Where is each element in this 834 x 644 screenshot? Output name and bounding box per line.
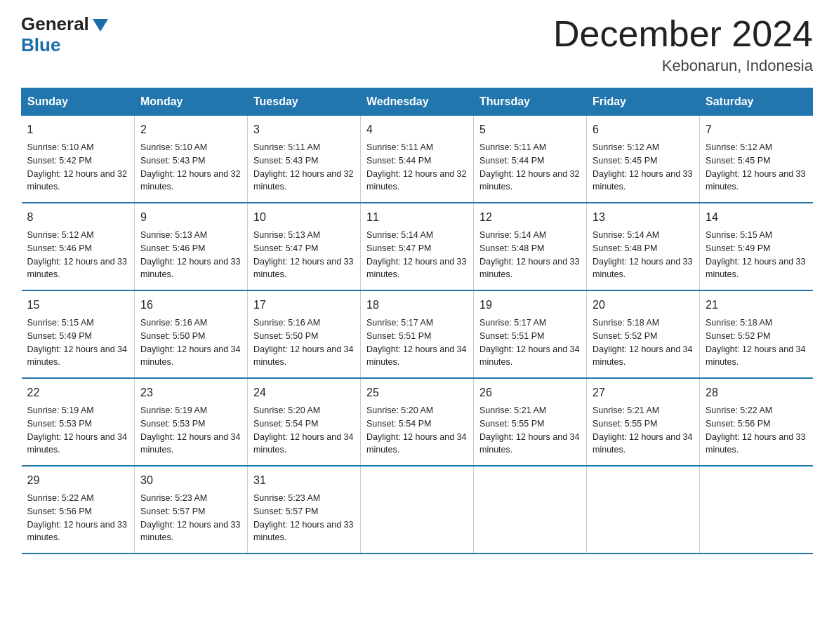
- title-block: December 2024 Kebonarun, Indonesia: [553, 14, 813, 75]
- sunset-text: Sunset: 5:48 PM: [593, 243, 657, 253]
- sunrise-text: Sunrise: 5:13 AM: [253, 230, 320, 240]
- table-row: 12Sunrise: 5:14 AMSunset: 5:48 PMDayligh…: [474, 203, 587, 290]
- calendar-header-row: Sunday Monday Tuesday Wednesday Thursday…: [22, 88, 813, 116]
- day-number: 24: [253, 384, 355, 401]
- daylight-text: Daylight: 12 hours and 33 minutes.: [253, 257, 353, 280]
- daylight-text: Daylight: 12 hours and 33 minutes.: [706, 257, 805, 280]
- table-row: 10Sunrise: 5:13 AMSunset: 5:47 PMDayligh…: [248, 203, 361, 290]
- daylight-text: Daylight: 12 hours and 34 minutes.: [253, 432, 353, 455]
- sunrise-text: Sunrise: 5:19 AM: [27, 405, 94, 415]
- daylight-text: Daylight: 12 hours and 34 minutes.: [479, 432, 579, 455]
- table-row: 18Sunrise: 5:17 AMSunset: 5:51 PMDayligh…: [361, 290, 474, 378]
- daylight-text: Daylight: 12 hours and 32 minutes.: [140, 169, 240, 192]
- sunrise-text: Sunrise: 5:14 AM: [593, 230, 659, 240]
- table-row: 13Sunrise: 5:14 AMSunset: 5:48 PMDayligh…: [587, 203, 700, 290]
- sunset-text: Sunset: 5:49 PM: [27, 331, 92, 341]
- table-row: [474, 466, 587, 554]
- daylight-text: Daylight: 12 hours and 33 minutes.: [706, 432, 805, 455]
- daylight-text: Daylight: 12 hours and 32 minutes.: [479, 169, 579, 192]
- sunrise-text: Sunrise: 5:15 AM: [27, 318, 94, 328]
- sunrise-text: Sunrise: 5:17 AM: [366, 318, 433, 328]
- daylight-text: Daylight: 12 hours and 34 minutes.: [706, 344, 805, 368]
- sunset-text: Sunset: 5:47 PM: [253, 243, 318, 253]
- table-row: 14Sunrise: 5:15 AMSunset: 5:49 PMDayligh…: [700, 203, 813, 290]
- day-number: 11: [366, 209, 468, 226]
- daylight-text: Daylight: 12 hours and 34 minutes.: [366, 432, 466, 455]
- sunset-text: Sunset: 5:43 PM: [140, 156, 205, 166]
- daylight-text: Daylight: 12 hours and 33 minutes.: [140, 520, 240, 543]
- daylight-text: Daylight: 12 hours and 34 minutes.: [593, 432, 692, 455]
- sunrise-text: Sunrise: 5:11 AM: [253, 142, 320, 152]
- daylight-text: Daylight: 12 hours and 32 minutes.: [27, 169, 127, 192]
- day-number: 5: [479, 121, 581, 138]
- sunrise-text: Sunrise: 5:11 AM: [366, 142, 433, 152]
- daylight-text: Daylight: 12 hours and 34 minutes.: [27, 344, 127, 368]
- table-row: 27Sunrise: 5:21 AMSunset: 5:55 PMDayligh…: [587, 378, 700, 466]
- sunset-text: Sunset: 5:53 PM: [27, 419, 92, 429]
- sunset-text: Sunset: 5:46 PM: [140, 243, 205, 253]
- calendar-week-row: 1Sunrise: 5:10 AMSunset: 5:42 PMDaylight…: [22, 116, 813, 203]
- sunrise-text: Sunrise: 5:12 AM: [27, 230, 94, 240]
- table-row: 25Sunrise: 5:20 AMSunset: 5:54 PMDayligh…: [361, 378, 474, 466]
- table-row: [700, 466, 813, 554]
- day-number: 18: [366, 297, 468, 314]
- day-number: 30: [140, 472, 241, 489]
- logo-general: General: [21, 14, 108, 34]
- sunrise-text: Sunrise: 5:16 AM: [140, 318, 207, 328]
- table-row: [361, 466, 474, 554]
- sunrise-text: Sunrise: 5:22 AM: [27, 493, 94, 503]
- sunset-text: Sunset: 5:51 PM: [479, 331, 544, 341]
- sunset-text: Sunset: 5:45 PM: [593, 156, 657, 166]
- table-row: 8Sunrise: 5:12 AMSunset: 5:46 PMDaylight…: [22, 203, 135, 290]
- day-number: 21: [706, 297, 807, 314]
- day-number: 13: [593, 209, 694, 226]
- table-row: 31Sunrise: 5:23 AMSunset: 5:57 PMDayligh…: [248, 466, 361, 554]
- table-row: 24Sunrise: 5:20 AMSunset: 5:54 PMDayligh…: [248, 378, 361, 466]
- sunset-text: Sunset: 5:42 PM: [27, 156, 92, 166]
- sunrise-text: Sunrise: 5:18 AM: [593, 318, 659, 328]
- sunrise-text: Sunrise: 5:21 AM: [593, 405, 659, 415]
- sunrise-text: Sunrise: 5:15 AM: [706, 230, 772, 240]
- daylight-text: Daylight: 12 hours and 34 minutes.: [27, 432, 127, 455]
- daylight-text: Daylight: 12 hours and 33 minutes.: [706, 169, 805, 192]
- daylight-text: Daylight: 12 hours and 34 minutes.: [253, 344, 353, 368]
- sunset-text: Sunset: 5:44 PM: [366, 156, 431, 166]
- sunset-text: Sunset: 5:57 PM: [253, 507, 318, 516]
- day-number: 10: [253, 209, 355, 226]
- table-row: 22Sunrise: 5:19 AMSunset: 5:53 PMDayligh…: [22, 378, 135, 466]
- header-wednesday: Wednesday: [361, 88, 474, 116]
- daylight-text: Daylight: 12 hours and 34 minutes.: [140, 344, 240, 368]
- table-row: [587, 466, 700, 554]
- day-number: 4: [366, 121, 468, 138]
- day-number: 26: [479, 384, 581, 401]
- sunrise-text: Sunrise: 5:12 AM: [706, 142, 772, 152]
- daylight-text: Daylight: 12 hours and 33 minutes.: [27, 520, 127, 543]
- day-number: 2: [140, 121, 241, 138]
- table-row: 9Sunrise: 5:13 AMSunset: 5:46 PMDaylight…: [135, 203, 248, 290]
- logo: General Blue: [21, 14, 108, 56]
- sunset-text: Sunset: 5:56 PM: [27, 507, 92, 516]
- sunrise-text: Sunrise: 5:10 AM: [27, 142, 94, 152]
- sunrise-text: Sunrise: 5:11 AM: [479, 142, 546, 152]
- sunrise-text: Sunrise: 5:20 AM: [366, 405, 433, 415]
- header-tuesday: Tuesday: [248, 88, 361, 116]
- sunset-text: Sunset: 5:50 PM: [253, 331, 318, 341]
- sunrise-text: Sunrise: 5:16 AM: [253, 318, 320, 328]
- table-row: 20Sunrise: 5:18 AMSunset: 5:52 PMDayligh…: [587, 290, 700, 378]
- header-friday: Friday: [587, 88, 700, 116]
- sunset-text: Sunset: 5:57 PM: [140, 507, 205, 516]
- day-number: 1: [27, 121, 129, 138]
- daylight-text: Daylight: 12 hours and 34 minutes.: [593, 344, 692, 368]
- day-number: 22: [27, 384, 129, 401]
- month-title: December 2024: [553, 14, 813, 54]
- sunset-text: Sunset: 5:49 PM: [706, 243, 770, 253]
- day-number: 28: [706, 384, 807, 401]
- sunrise-text: Sunrise: 5:21 AM: [479, 405, 546, 415]
- header-thursday: Thursday: [474, 88, 587, 116]
- daylight-text: Daylight: 12 hours and 33 minutes.: [479, 257, 579, 280]
- day-number: 8: [27, 209, 129, 226]
- sunset-text: Sunset: 5:43 PM: [253, 156, 318, 166]
- daylight-text: Daylight: 12 hours and 33 minutes.: [253, 520, 353, 543]
- daylight-text: Daylight: 12 hours and 33 minutes.: [366, 257, 466, 280]
- sunset-text: Sunset: 5:45 PM: [706, 156, 770, 166]
